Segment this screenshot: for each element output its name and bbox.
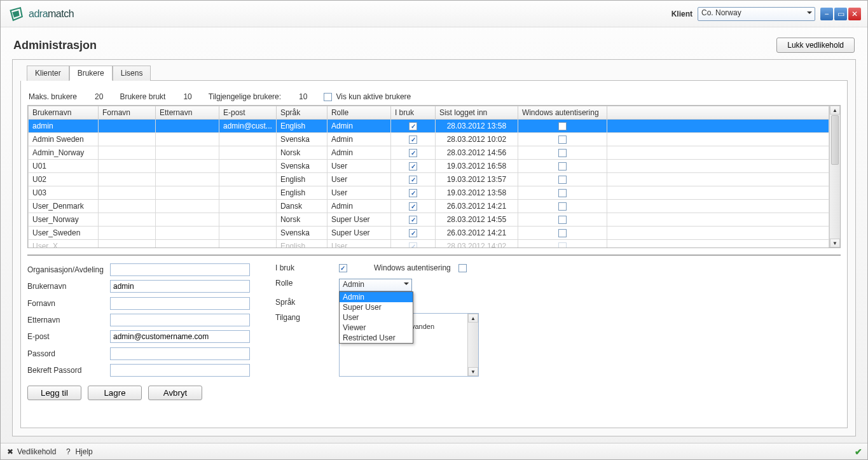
tab-lisens[interactable]: Lisens bbox=[113, 66, 151, 81]
table-row[interactable]: User_XEnglishUser28.03.2012 14:02 bbox=[29, 240, 829, 248]
col-epost[interactable]: E-post bbox=[219, 106, 277, 120]
col-sist-logget[interactable]: Sist logget inn bbox=[435, 106, 518, 120]
checkbox[interactable] bbox=[409, 149, 417, 157]
rolle-option-restricted[interactable]: Restricted User bbox=[340, 333, 413, 343]
epost-input[interactable] bbox=[110, 330, 250, 343]
lagre-button[interactable]: Lagre bbox=[88, 386, 142, 400]
hjelp-link[interactable]: ? Hjelp bbox=[64, 447, 92, 456]
col-fornavn[interactable]: Fornavn bbox=[99, 106, 156, 120]
avbryt-button[interactable]: Avbryt bbox=[148, 386, 202, 400]
ibruk-label: I bruk bbox=[275, 263, 339, 272]
rolle-label: Rolle bbox=[275, 279, 339, 288]
checkbox[interactable] bbox=[409, 162, 417, 171]
checkbox[interactable] bbox=[409, 122, 417, 130]
wrench-icon: ✖ bbox=[6, 447, 15, 456]
checkbox[interactable] bbox=[558, 162, 567, 171]
rolle-option-user[interactable]: User bbox=[340, 312, 413, 323]
checkbox[interactable] bbox=[558, 202, 567, 211]
winauth-label: Windows autentisering bbox=[374, 263, 451, 272]
tab-brukere[interactable]: Brukere bbox=[69, 66, 113, 81]
vis-kun-aktive-label: Vis kun aktive brukere bbox=[336, 92, 411, 101]
tree-scrollbar[interactable]: ▲ ▼ bbox=[467, 314, 478, 376]
checkbox[interactable] bbox=[409, 136, 417, 144]
etternavn-label: Etternavn bbox=[27, 316, 110, 324]
checkbox[interactable] bbox=[558, 136, 567, 144]
rolle-option-viewer[interactable]: Viewer bbox=[340, 323, 413, 333]
checkbox[interactable] bbox=[409, 242, 417, 247]
checkbox[interactable] bbox=[558, 122, 567, 130]
table-row[interactable]: Admin_NorwayNorskAdmin28.03.2012 14:56 bbox=[29, 146, 829, 160]
checkbox[interactable] bbox=[558, 242, 567, 247]
legg-til-button[interactable]: Legg til bbox=[27, 386, 81, 400]
users-table: Brukernavn Fornavn Etternavn E-post Språ… bbox=[28, 106, 829, 247]
col-sprak[interactable]: Språk bbox=[276, 106, 327, 120]
brukernavn-label: Brukernavn bbox=[27, 282, 110, 291]
tab-klienter[interactable]: Klienter bbox=[27, 66, 69, 81]
klient-label: Klient bbox=[672, 10, 692, 18]
scroll-down-icon[interactable]: ▼ bbox=[468, 367, 478, 376]
minimize-icon[interactable]: − bbox=[820, 8, 833, 20]
winauth-checkbox[interactable] bbox=[458, 264, 467, 272]
table-row[interactable]: U01SvenskaUser19.03.2012 16:58 bbox=[29, 160, 829, 173]
checkbox[interactable] bbox=[558, 189, 567, 197]
table-row[interactable]: Admin SwedenSvenskaAdmin28.03.2012 10:02 bbox=[29, 133, 829, 146]
fornavn-input[interactable] bbox=[110, 297, 250, 310]
bekreft-input[interactable] bbox=[110, 364, 250, 377]
brukere-brukt-label: Brukere brukt10 bbox=[120, 92, 191, 101]
passord-input[interactable] bbox=[110, 347, 250, 360]
org-input[interactable] bbox=[110, 263, 250, 276]
app-logo: adramatch bbox=[7, 5, 74, 23]
rolle-option-admin[interactable]: Admin bbox=[340, 292, 413, 302]
checkbox[interactable] bbox=[558, 176, 567, 184]
close-icon[interactable]: ✕ bbox=[848, 8, 861, 20]
table-row[interactable]: User_NorwayNorskSuper User28.03.2012 14:… bbox=[29, 213, 829, 227]
scroll-down-icon[interactable]: ▼ bbox=[830, 239, 840, 247]
table-row[interactable]: User_DenmarkDanskAdmin26.03.2012 14:21 bbox=[29, 200, 829, 213]
rolle-select[interactable]: Admin Admin Super User User Viewer Restr… bbox=[339, 279, 412, 291]
checkbox[interactable] bbox=[409, 202, 417, 211]
bekreft-label: Bekreft Passord bbox=[27, 366, 110, 375]
vis-kun-aktive-checkbox[interactable] bbox=[324, 93, 332, 101]
checkbox[interactable] bbox=[558, 216, 567, 224]
col-ibruk[interactable]: I bruk bbox=[390, 106, 435, 120]
org-label: Organisasjon/Avdeling bbox=[27, 265, 110, 274]
status-ok-icon: ✔ bbox=[855, 447, 862, 457]
checkbox[interactable] bbox=[409, 176, 417, 184]
svg-marker-1 bbox=[12, 10, 19, 17]
rolle-option-superuser[interactable]: Super User bbox=[340, 302, 413, 312]
col-rolle[interactable]: Rolle bbox=[327, 106, 390, 120]
table-row[interactable]: U03EnglishUser19.03.2012 13:58 bbox=[29, 186, 829, 200]
passord-label: Passord bbox=[27, 349, 110, 358]
rolle-dropdown: Admin Super User User Viewer Restricted … bbox=[339, 291, 413, 344]
table-row[interactable]: adminadmin@cust...EnglishAdmin28.03.2012… bbox=[29, 120, 829, 133]
help-icon: ? bbox=[64, 447, 72, 456]
page-title: Administrasjon bbox=[13, 39, 97, 52]
scroll-up-icon[interactable]: ▲ bbox=[468, 314, 478, 323]
checkbox[interactable] bbox=[558, 149, 567, 157]
checkbox[interactable] bbox=[558, 229, 567, 237]
etternavn-input[interactable] bbox=[110, 314, 250, 326]
scroll-thumb[interactable] bbox=[831, 115, 839, 165]
checkbox[interactable] bbox=[409, 229, 417, 237]
klient-select[interactable]: Co. Norway bbox=[698, 7, 815, 21]
ibruk-checkbox[interactable] bbox=[339, 264, 347, 272]
close-maintenance-button[interactable]: Lukk vedlikehold bbox=[776, 38, 855, 53]
fornavn-label: Fornavn bbox=[27, 299, 110, 308]
tilgang-label: Tilgang bbox=[275, 313, 339, 322]
col-brukernavn[interactable]: Brukernavn bbox=[29, 106, 99, 120]
checkbox[interactable] bbox=[409, 216, 417, 224]
vedlikehold-link[interactable]: ✖ Vedlikehold bbox=[6, 447, 56, 456]
sprak-label: Språk bbox=[275, 298, 339, 307]
col-win-auth[interactable]: Windows autentisering bbox=[518, 106, 607, 120]
table-row[interactable]: U02EnglishUser19.03.2012 13:57 bbox=[29, 173, 829, 186]
table-row[interactable]: User_SwedenSvenskaSuper User26.03.2012 1… bbox=[29, 227, 829, 240]
col-etternavn[interactable]: Etternavn bbox=[156, 106, 219, 120]
brukernavn-input[interactable] bbox=[110, 280, 250, 293]
maks-brukere-label: Maks. brukere20 bbox=[29, 92, 103, 101]
maximize-icon[interactable]: ▭ bbox=[834, 8, 847, 20]
tilgj-brukere-label: Tilgjengelige brukere:10 bbox=[209, 92, 308, 101]
grid-scrollbar[interactable]: ▲ ▼ bbox=[829, 106, 840, 247]
epost-label: E-post bbox=[27, 332, 110, 341]
checkbox[interactable] bbox=[409, 189, 417, 197]
scroll-up-icon[interactable]: ▲ bbox=[830, 106, 840, 115]
